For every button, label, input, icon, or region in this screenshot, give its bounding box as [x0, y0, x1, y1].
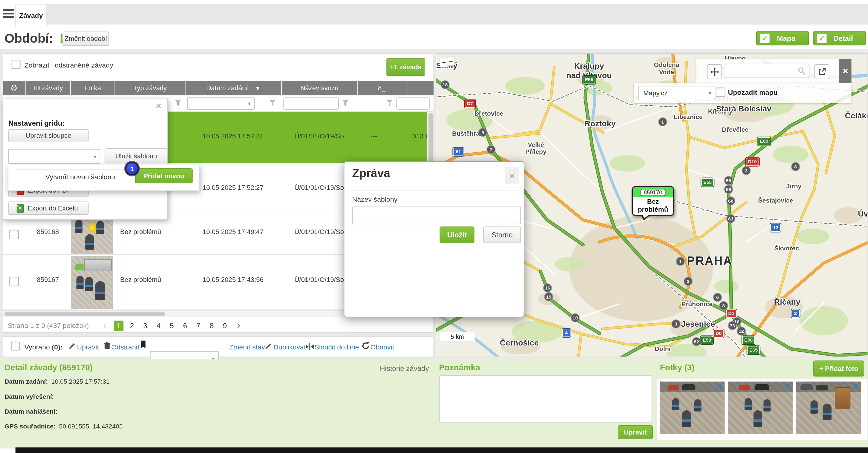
template-name-select[interactable]: ▾ — [8, 149, 100, 164]
map-marker-859170[interactable]: 859170 Bez problémů — [631, 186, 674, 216]
road-badge: 12 — [738, 327, 745, 335]
page-number[interactable]: 4 — [154, 321, 163, 331]
cell-date: 10.05.2025 17:49:47 — [185, 228, 281, 236]
column-header-route[interactable]: Název svozu — [281, 81, 357, 95]
truck — [84, 259, 112, 271]
close-modal-button[interactable]: × — [505, 167, 520, 184]
close-map-search-button[interactable]: ✕ — [839, 59, 851, 83]
delete-button[interactable]: Odstranit — [112, 343, 140, 351]
column-header-extra[interactable] — [406, 81, 433, 95]
zoom-out-button[interactable]: − — [447, 57, 455, 66]
detail-toggle-button[interactable]: ✓ Detail — [813, 31, 866, 46]
remove-photo-button[interactable]: X — [717, 382, 722, 390]
marker-id: 859170 — [640, 189, 665, 196]
pan-icon — [710, 67, 719, 76]
page-number[interactable]: 2 — [127, 321, 136, 331]
road-badge: 18 — [441, 81, 449, 89]
next-page-button[interactable]: › — [237, 320, 240, 331]
cell-route: Ú/01/01/O/19/So — [281, 132, 357, 140]
filter-icon[interactable] — [342, 100, 348, 106]
hamburger-menu-button[interactable] — [3, 9, 14, 21]
row-checkbox[interactable] — [9, 230, 19, 239]
column-header-id[interactable]: ID závady — [25, 81, 70, 95]
horizontal-scrollbar-thumb[interactable] — [4, 311, 165, 316]
page-number[interactable]: 1 — [114, 321, 123, 331]
page-number[interactable]: 7 — [194, 321, 203, 331]
show-removed-checkbox[interactable] — [11, 60, 20, 68]
modal-save-button[interactable]: Uložit — [440, 227, 474, 243]
export-excel-button[interactable]: Export do Excelu — [8, 202, 88, 215]
add-photo-button[interactable]: + Přidat foto — [813, 360, 864, 376]
photo-thumbnail[interactable]: X — [660, 382, 725, 434]
defect-photo[interactable] — [71, 256, 113, 309]
page-number[interactable]: 6 — [181, 321, 190, 331]
step-annotation-badge: 1 — [125, 162, 139, 176]
gear-icon[interactable]: ⚙ — [10, 83, 18, 92]
map-provider-select[interactable]: Mapy.cz▾ — [638, 86, 715, 100]
map-search-input[interactable] — [725, 64, 810, 78]
map-toggle-button[interactable]: ✕✓ Mapa — [756, 31, 809, 46]
period-label: Období: — [4, 31, 53, 46]
add-new-template-button[interactable]: Přidat novou — [135, 169, 192, 183]
edit-button[interactable]: Upravit — [77, 343, 99, 351]
edit-columns-button[interactable]: Upravit sloupce — [8, 129, 88, 142]
duplicate-button[interactable]: Duplikovat — [273, 343, 306, 351]
date-filter-select[interactable]: ▾ — [187, 97, 255, 110]
create-template-label: Vytvořit novou šablonu — [31, 173, 130, 181]
bookmark-icon[interactable] — [140, 341, 146, 349]
road-badge: 2 — [792, 309, 800, 318]
road-badge: 7 — [487, 146, 495, 153]
page-number[interactable]: 9 — [220, 321, 229, 331]
filter-icon[interactable] — [175, 100, 181, 106]
road-badge: 12 — [770, 223, 781, 232]
grid-settings-popup: ✕ Nastavení gridu: Upravit sloupce ▾ Ulo… — [3, 98, 168, 219]
page-number[interactable]: 5 — [167, 321, 177, 331]
column-header-type[interactable]: Typ závady — [115, 81, 185, 95]
filter-icon[interactable] — [270, 100, 276, 106]
check-icon: ✓ — [817, 34, 827, 43]
row-checkbox[interactable] — [9, 277, 19, 286]
create-template-popup: Vytvořit novou šablonu Přidat novou — [8, 164, 199, 191]
extra-filter-input[interactable] — [396, 97, 430, 110]
restore-button[interactable]: Obnovit — [370, 343, 394, 351]
merge-to-line-button[interactable]: Sloučit do linie — [315, 343, 359, 351]
filter-icon[interactable] — [386, 100, 392, 106]
cell-col8: --- — [357, 132, 390, 140]
grid-settings-header-cell[interactable]: ⚙ — [3, 81, 25, 95]
green-car — [75, 264, 84, 270]
background-map-checkbox[interactable] — [716, 88, 725, 97]
change-period-button[interactable]: Změnit období — [63, 31, 109, 46]
template-name-input[interactable] — [352, 207, 521, 224]
history-link[interactable]: Historie závady — [380, 364, 429, 372]
photo-thumbnail[interactable]: X — [796, 382, 861, 434]
gps-coordinates-link[interactable]: 50.091555, 14.432405 — [59, 423, 123, 430]
column-header-date[interactable]: Datum zadání ▼ — [185, 81, 281, 95]
tab-label: Závady — [19, 11, 43, 19]
search-icon[interactable] — [798, 67, 806, 75]
road-badge: 16 — [544, 284, 552, 292]
cell-date: 10.05.2025 17:57:31 — [185, 132, 281, 140]
app-window: Závady Období: Dnes Změnit období ✕✓ Map… — [0, 0, 868, 453]
road-badge: E55 — [583, 76, 595, 84]
save-template-button[interactable]: Uložit šablonu — [105, 148, 168, 163]
prev-page-button[interactable]: ‹ — [103, 320, 106, 331]
remove-photo-button[interactable]: X — [785, 382, 790, 390]
note-textarea[interactable] — [439, 375, 652, 422]
defect-photo[interactable] — [71, 215, 113, 254]
change-state-button[interactable]: Změnit stav — [229, 343, 265, 351]
column-header-8[interactable]: 8_ — [357, 81, 406, 95]
column-header-photo[interactable]: Fotka — [70, 81, 115, 95]
close-popup-button[interactable]: ✕ — [156, 102, 162, 110]
route-filter-input[interactable] — [283, 97, 339, 110]
add-defect-button[interactable]: +1 závada — [386, 58, 425, 76]
pan-tool-button[interactable] — [707, 64, 722, 79]
select-all-checkbox[interactable] — [11, 341, 20, 350]
open-external-button[interactable] — [814, 64, 829, 79]
tab-zavady[interactable]: Závady — [16, 4, 46, 27]
photo-thumbnail[interactable]: X — [728, 382, 793, 434]
remove-photo-button[interactable]: X — [853, 382, 858, 390]
page-number[interactable]: 3 — [141, 321, 150, 331]
modal-cancel-button[interactable]: Storno — [483, 227, 521, 243]
edit-note-button[interactable]: Upravit — [618, 425, 653, 439]
page-number[interactable]: 8 — [207, 321, 216, 331]
